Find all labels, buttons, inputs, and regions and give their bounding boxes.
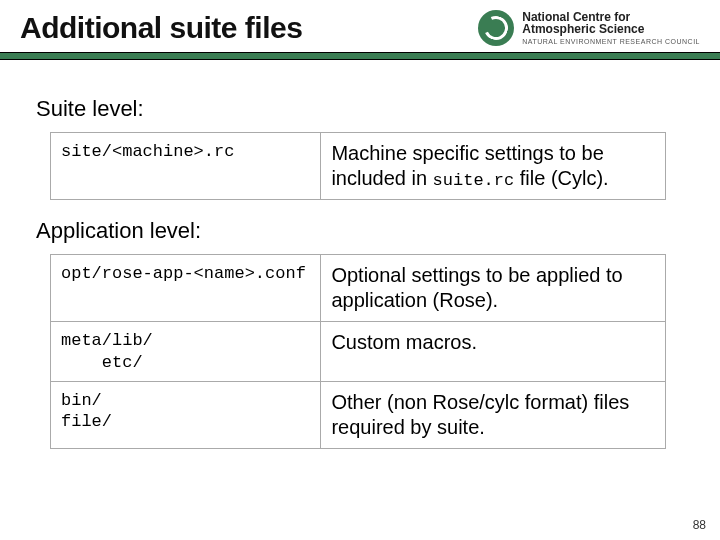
slide-header: Additional suite files National Centre f… <box>0 0 720 52</box>
file-desc-cell: Other (non Rose/cylc format) files requi… <box>321 381 665 448</box>
application-level-table: opt/rose-app-<name>.conf Optional settin… <box>50 254 666 449</box>
suite-level-table: site/<machine>.rc Machine specific setti… <box>50 132 666 200</box>
slide-title: Additional suite files <box>20 11 302 45</box>
slide-body: Suite level: site/<machine>.rc Machine s… <box>0 60 720 449</box>
table-row: opt/rose-app-<name>.conf Optional settin… <box>51 255 666 322</box>
inline-code: suite.rc <box>433 171 515 190</box>
application-level-label: Application level: <box>36 218 684 244</box>
org-logo: National Centre for Atmospheric Science … <box>478 10 700 46</box>
org-logo-text: National Centre for Atmospheric Science … <box>522 11 700 46</box>
file-path-cell: site/<machine>.rc <box>51 133 321 200</box>
org-logo-icon <box>478 10 514 46</box>
desc-text: file (Cylc). <box>514 167 608 189</box>
header-divider <box>0 52 720 60</box>
slide: Additional suite files National Centre f… <box>0 0 720 540</box>
table-row: bin/ file/ Other (non Rose/cylc format) … <box>51 381 666 448</box>
suite-level-label: Suite level: <box>36 96 684 122</box>
file-desc-cell: Machine specific settings to be included… <box>321 133 665 200</box>
file-desc-cell: Custom macros. <box>321 322 665 382</box>
org-name-line2: Atmospheric Science <box>522 23 700 36</box>
file-path-cell: opt/rose-app-<name>.conf <box>51 255 321 322</box>
file-path-cell: bin/ file/ <box>51 381 321 448</box>
file-desc-cell: Optional settings to be applied to appli… <box>321 255 665 322</box>
page-number: 88 <box>693 518 706 532</box>
file-path-cell: meta/lib/ etc/ <box>51 322 321 382</box>
org-name-line3: NATURAL ENVIRONMENT RESEARCH COUNCIL <box>522 38 700 45</box>
table-row: site/<machine>.rc Machine specific setti… <box>51 133 666 200</box>
table-row: meta/lib/ etc/ Custom macros. <box>51 322 666 382</box>
